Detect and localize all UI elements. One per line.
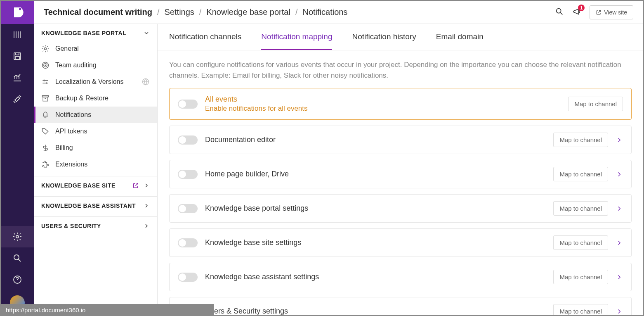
card-title: Home page builder, Drive	[205, 170, 546, 178]
card-kb-site-settings: Knowledge base site settings Map to chan…	[169, 228, 632, 257]
rail-help-icon[interactable]	[1, 269, 34, 290]
breadcrumb-item[interactable]: Knowledge base portal	[206, 7, 290, 17]
sidebar-section-kb-assistant[interactable]: KNOWLEDGE BASE ASSISTANT	[34, 197, 157, 213]
card-title: Users & Security settings	[205, 307, 546, 315]
card-subtitle: Enable notifications for all events	[205, 105, 561, 113]
dollar-icon	[41, 144, 50, 152]
svg-point-11	[44, 64, 47, 67]
top-bar: Technical document writing / Settings / …	[34, 1, 643, 24]
bell-icon	[41, 111, 50, 119]
chevron-right-icon	[143, 202, 150, 209]
breadcrumb-item[interactable]: Technical document writing	[44, 7, 152, 17]
tabs: Notification channels Notification mappi…	[158, 24, 643, 50]
view-site-button[interactable]: View site	[590, 5, 633, 19]
archive-icon	[41, 94, 50, 102]
svg-point-8	[557, 8, 561, 13]
card-documentation-editor: Documentation editor Map to channel	[169, 126, 632, 154]
sidebar-section-users-security[interactable]: USERS & SECURITY	[34, 217, 157, 233]
map-to-channel-button[interactable]: Map to channel	[553, 133, 608, 147]
chevron-right-icon[interactable]	[616, 171, 623, 178]
rail-analytics-icon[interactable]	[1, 67, 34, 88]
svg-rect-3	[16, 53, 19, 55]
chevron-right-icon[interactable]	[616, 136, 623, 144]
search-icon[interactable]	[555, 7, 564, 18]
gear-icon	[41, 45, 50, 53]
card-title: All events	[205, 95, 561, 104]
settings-sidebar: KNOWLEDGE BASE PORTAL General Team audit…	[34, 24, 158, 315]
breadcrumb-item[interactable]: Settings	[165, 7, 194, 17]
notification-badge: 1	[578, 5, 585, 11]
breadcrumb-item[interactable]: Notifications	[302, 7, 347, 17]
sidebar-item-backup-restore[interactable]: Backup & Restore	[34, 90, 157, 107]
chevron-right-icon[interactable]	[616, 239, 623, 247]
status-bar: https://portal.document360.io	[0, 304, 214, 316]
tab-email-domain[interactable]: Email domain	[436, 32, 484, 50]
sliders-icon	[41, 78, 50, 86]
breadcrumb: Technical document writing / Settings / …	[44, 7, 347, 17]
toggle[interactable]	[178, 273, 198, 282]
left-rail	[1, 1, 34, 315]
svg-rect-15	[43, 97, 48, 101]
card-users-security-settings: Users & Security settings Map to channel	[169, 297, 632, 315]
svg-point-9	[45, 48, 47, 50]
map-to-channel-button[interactable]: Map to channel	[553, 235, 608, 250]
tag-icon	[41, 127, 50, 135]
map-to-channel-button[interactable]: Map to channel	[568, 97, 623, 111]
svg-point-10	[42, 62, 49, 69]
map-to-channel-button[interactable]: Map to channel	[553, 270, 608, 284]
map-to-channel-button[interactable]: Map to channel	[553, 304, 608, 315]
toggle[interactable]	[178, 135, 198, 145]
card-title: Knowledge base assistant settings	[205, 273, 546, 281]
tab-notification-history[interactable]: Notification history	[352, 32, 416, 50]
card-kb-assistant-settings: Knowledge base assistant settings Map to…	[169, 263, 632, 291]
toggle-all-events[interactable]	[178, 100, 198, 109]
map-to-channel-button[interactable]: Map to channel	[553, 201, 608, 216]
card-title: Documentation editor	[205, 135, 546, 144]
main-panel: Notification channels Notification mappi…	[158, 24, 643, 315]
card-kb-portal-settings: Knowledge base portal settings Map to ch…	[169, 194, 632, 223]
card-home-page-builder: Home page builder, Drive Map to channel	[169, 160, 632, 188]
sidebar-item-notifications[interactable]: Notifications	[34, 107, 157, 123]
sidebar-section-kb-site[interactable]: KNOWLEDGE BASE SITE	[34, 176, 157, 193]
sidebar-item-extensions[interactable]: Extensions	[34, 156, 157, 173]
announcement-icon[interactable]: 1	[572, 7, 581, 18]
sidebar-item-billing[interactable]: Billing	[34, 140, 157, 156]
sidebar-item-team-auditing[interactable]: Team auditing	[34, 57, 157, 74]
rail-docs-icon[interactable]	[1, 24, 34, 45]
sidebar-item-api-tokens[interactable]: API tokens	[34, 123, 157, 140]
chevron-right-icon[interactable]	[616, 273, 623, 281]
chevron-down-icon	[143, 30, 150, 36]
rail-search-icon[interactable]	[1, 247, 34, 269]
chevron-right-icon	[143, 182, 150, 189]
toggle[interactable]	[178, 170, 198, 179]
sidebar-item-general[interactable]: General	[34, 40, 157, 57]
rail-tools-icon[interactable]	[1, 88, 34, 110]
card-title: Knowledge base site settings	[205, 238, 546, 247]
globe-icon	[142, 78, 150, 86]
svg-rect-4	[15, 57, 19, 59]
tab-notification-mapping[interactable]: Notification mapping	[261, 32, 332, 50]
chevron-right-icon	[143, 223, 150, 229]
app-logo[interactable]	[1, 1, 34, 24]
chevron-right-icon[interactable]	[616, 205, 623, 212]
toggle[interactable]	[178, 238, 198, 247]
svg-point-5	[16, 235, 19, 238]
sidebar-item-localization[interactable]: Localization & Versions	[34, 74, 157, 90]
chevron-right-icon[interactable]	[616, 308, 623, 315]
svg-point-6	[14, 255, 19, 260]
tab-notification-channels[interactable]: Notification channels	[169, 32, 241, 50]
target-icon	[41, 61, 50, 69]
card-title: Knowledge base portal settings	[205, 204, 546, 213]
puzzle-icon	[41, 160, 50, 169]
intro-text: You can configure notifications for vari…	[158, 50, 643, 88]
map-to-channel-button[interactable]: Map to channel	[553, 167, 608, 181]
card-all-events: All events Enable notifications for all …	[169, 88, 632, 120]
toggle[interactable]	[178, 204, 198, 213]
sidebar-section-kb-portal[interactable]: KNOWLEDGE BASE PORTAL	[34, 24, 157, 40]
rail-save-icon[interactable]	[1, 45, 34, 67]
rail-settings-icon[interactable]	[1, 226, 34, 247]
svg-point-12	[45, 65, 46, 66]
external-link-icon[interactable]	[132, 182, 139, 189]
